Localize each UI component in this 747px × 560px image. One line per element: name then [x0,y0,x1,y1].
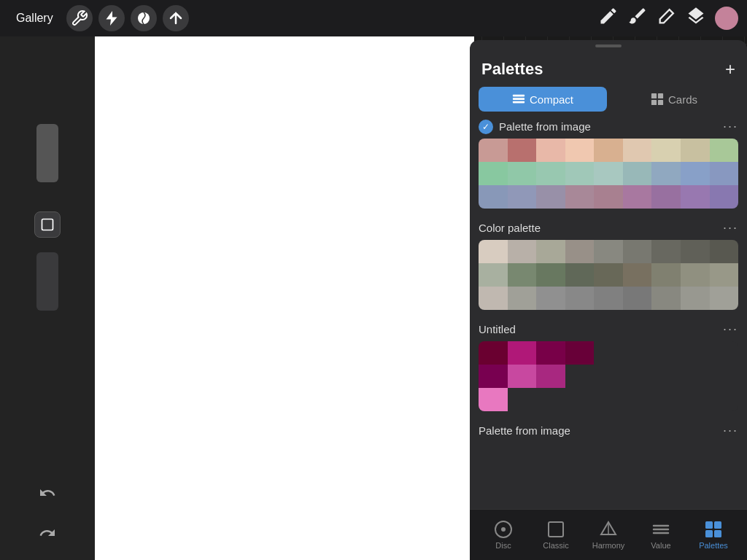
color-cell[interactable] [536,287,565,310]
color-cell[interactable] [594,162,623,185]
palette-grid-1[interactable] [479,139,738,209]
color-cell[interactable] [710,162,739,185]
color-cell[interactable] [479,162,508,185]
color-cell[interactable] [681,263,710,287]
color-cell[interactable] [594,287,623,310]
color-cell[interactable] [536,263,565,287]
add-palette-button[interactable]: + [725,59,735,79]
color-cell[interactable] [508,240,537,263]
color-cell[interactable] [710,240,739,263]
color-cell[interactable] [508,185,537,209]
color-cell[interactable] [536,240,565,263]
nav-harmony[interactable]: Harmony [582,520,635,550]
color-cell[interactable] [681,139,710,162]
palette-more-1[interactable]: ··· [723,119,738,134]
color-cell[interactable] [623,139,652,162]
opacity-slider[interactable] [36,252,58,311]
color-cell[interactable] [594,240,623,263]
color-cell[interactable] [623,287,652,310]
nav-classic[interactable]: Classic [530,520,582,550]
color-cell[interactable] [479,240,508,263]
svg-rect-11 [549,522,563,537]
bottom-nav: Disc Classic Harmony Value [470,509,747,560]
compact-tab[interactable]: Compact [479,87,607,112]
color-cell[interactable] [508,287,537,310]
color-cell[interactable] [479,287,508,310]
palette-more-3[interactable]: ··· [723,322,738,337]
pen-tool-icon[interactable] [598,6,619,31]
color-cell[interactable] [565,263,595,287]
palette-grid-3[interactable] [479,341,738,411]
lightning-icon[interactable] [98,5,125,31]
color-cell[interactable] [479,185,508,209]
gallery-button[interactable]: Gallery [9,7,61,29]
arrow-icon[interactable] [163,5,189,31]
color-cell[interactable] [710,139,739,162]
color-cell[interactable] [479,263,508,287]
color-cell[interactable] [565,287,595,310]
nav-palettes[interactable]: Palettes [687,520,740,550]
color-cell[interactable] [651,139,681,162]
color-cell[interactable] [479,139,508,162]
color-cell[interactable] [508,162,537,185]
color-cell[interactable] [536,341,565,365]
brush-size-slider[interactable] [36,124,58,182]
color-cell[interactable] [565,139,595,162]
color-cell[interactable] [710,263,739,287]
color-cell[interactable] [681,287,710,310]
redo-button[interactable] [39,524,56,545]
nav-value[interactable]: Value [635,520,687,550]
color-cell[interactable] [651,185,681,209]
color-cell[interactable] [508,365,537,388]
color-cell[interactable] [508,139,537,162]
color-cell[interactable] [594,139,623,162]
color-cell[interactable] [623,162,652,185]
color-cell[interactable] [536,139,565,162]
palette-more-2[interactable]: ··· [723,220,738,236]
wrench-icon[interactable] [66,5,93,31]
color-cell[interactable] [651,240,681,263]
layers-icon[interactable] [686,6,706,31]
color-cell[interactable] [565,341,595,365]
eraser-tool-icon[interactable] [657,6,677,31]
user-avatar[interactable] [715,7,738,30]
color-cell[interactable] [681,240,710,263]
palette-more-4[interactable]: ··· [723,423,738,438]
color-cell[interactable] [651,263,681,287]
color-cell[interactable] [623,240,652,263]
brush-tool-icon[interactable] [627,6,648,31]
color-cell[interactable] [623,185,652,209]
color-cell[interactable] [594,263,623,287]
undo-button[interactable] [39,484,56,505]
color-cell[interactable] [479,341,508,365]
color-cell[interactable] [536,185,565,209]
color-cell[interactable] [710,287,739,310]
color-cell[interactable] [651,287,681,310]
color-cell[interactable] [565,162,595,185]
color-cell[interactable] [681,162,710,185]
color-cell[interactable] [594,185,623,209]
palette-grid-2[interactable] [479,240,738,310]
color-cell[interactable] [508,341,537,365]
color-cell[interactable] [651,162,681,185]
color-cell[interactable] [479,388,508,411]
palette-item-left-1: ✓ Palette from image [479,120,591,134]
palette-name-4: Palette from image [479,424,570,437]
color-cell[interactable] [536,365,565,388]
color-cell[interactable] [681,185,710,209]
svg-rect-4 [513,101,525,104]
cards-tab[interactable]: Cards [610,87,738,112]
color-cell[interactable] [479,365,508,388]
color-cell[interactable] [623,263,652,287]
nav-disc[interactable]: Disc [477,520,530,550]
color-cell[interactable] [536,162,565,185]
drawing-canvas[interactable] [95,36,474,560]
color-cell-empty [710,341,739,365]
color-cell[interactable] [565,240,595,263]
shape-tool-button[interactable] [34,211,61,238]
palette-check-1[interactable]: ✓ [479,120,493,134]
color-cell[interactable] [710,185,739,209]
color-cell[interactable] [565,185,595,209]
color-cell[interactable] [508,263,537,287]
smudge-icon[interactable] [131,5,157,31]
